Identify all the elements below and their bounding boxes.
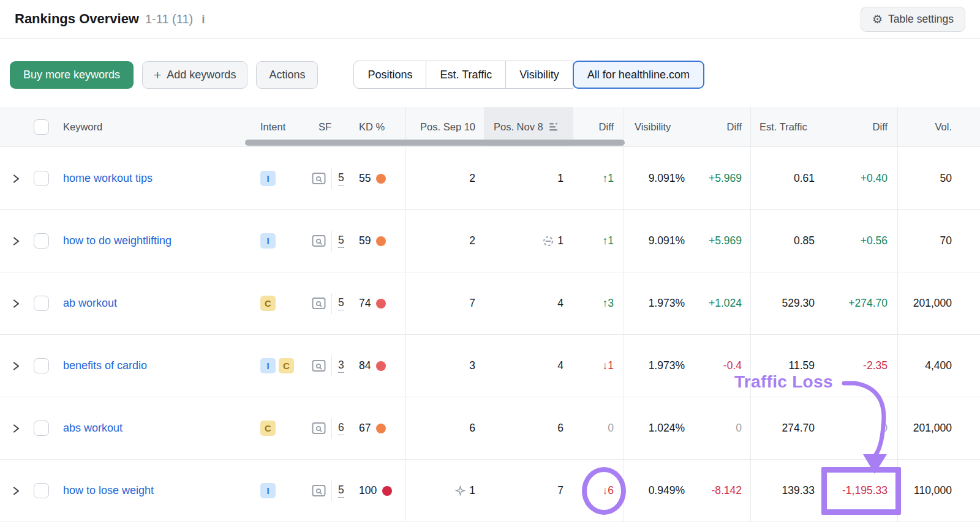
intent-badge-i[interactable]: I (260, 358, 276, 373)
row-checkbox[interactable] (34, 421, 49, 436)
divider (331, 168, 332, 189)
pos-sep10-value: 1 (469, 484, 475, 497)
visibility-diff-value: +1.024 (709, 297, 742, 310)
keyword-link[interactable]: abs workout (63, 422, 123, 435)
view-tab-visibility[interactable]: Visibility (506, 61, 573, 89)
divider (331, 231, 332, 252)
table-row: benefits of cardio IC 3 84 3 4 ↓1 (0, 335, 980, 397)
est-traffic-value: 274.70 (782, 422, 815, 435)
keyword-link[interactable]: how to lose weight (63, 484, 154, 497)
divider (331, 418, 332, 439)
pos-diff-value: ↑1 (603, 234, 614, 247)
kd-difficulty-dot (376, 424, 386, 433)
serp-features-icon[interactable] (312, 484, 326, 497)
visibility-value: 1.024% (649, 422, 685, 435)
pos-diff-value: ↓6 (603, 484, 614, 497)
keyword-link[interactable]: how to do weightlifting (63, 234, 172, 247)
column-header-est-traffic[interactable]: Est. Traffic (750, 107, 824, 146)
serp-features-icon[interactable] (312, 422, 326, 435)
expand-chevron-icon[interactable] (12, 361, 20, 371)
intent-badges: C (248, 397, 306, 459)
link-icon (542, 235, 554, 247)
buy-more-keywords-button[interactable]: Buy more keywords (10, 61, 134, 89)
kd-value: 59 (359, 234, 371, 247)
divider (331, 481, 332, 501)
row-checkbox[interactable] (34, 483, 49, 498)
divider (331, 293, 332, 314)
intent-badge-c[interactable]: C (279, 358, 294, 373)
sf-count[interactable]: 5 (338, 296, 344, 310)
view-tab-est-traffic[interactable]: Est. Traffic (426, 61, 506, 89)
expand-chevron-icon[interactable] (12, 174, 20, 184)
toolbar: Buy more keywords + Add keywords Actions… (10, 61, 970, 89)
intent-badge-c[interactable]: C (260, 296, 276, 311)
serp-features-icon[interactable] (312, 234, 326, 247)
select-all-checkbox[interactable] (34, 119, 49, 135)
intent-badge-i[interactable]: I (260, 233, 276, 249)
kd-value: 67 (359, 422, 371, 435)
intent-badges: I (248, 148, 306, 209)
est-traffic-value: 11.59 (789, 359, 815, 372)
sf-count[interactable]: 5 (338, 171, 344, 185)
est-traffic-value: 529.30 (782, 297, 815, 310)
info-icon[interactable]: i (202, 13, 205, 26)
volume-value: 4,400 (925, 359, 952, 372)
expand-chevron-icon[interactable] (12, 299, 20, 309)
intent-badge-i[interactable]: I (260, 171, 276, 186)
view-tab-all-for-healthline-com[interactable]: All for healthline.com (573, 61, 704, 89)
sf-count[interactable]: 5 (338, 484, 344, 498)
pos-diff-value: ↑1 (603, 172, 614, 185)
pos-sep10-value: 6 (469, 422, 475, 435)
view-tab-positions[interactable]: Positions (353, 61, 426, 89)
keyword-link[interactable]: benefits of cardio (63, 359, 147, 372)
traffic-diff-value: -1,195.33 (842, 484, 888, 497)
traffic-diff-value: 0 (881, 422, 888, 435)
kd-value: 100 (359, 484, 377, 497)
intent-badge-c[interactable]: C (260, 421, 276, 436)
row-checkbox[interactable] (34, 233, 49, 249)
column-header-volume[interactable]: Vol. (897, 107, 980, 146)
table-body: home workout tips I 5 55 2 1 ↑1 (0, 148, 980, 522)
pos-diff-value: ↓1 (603, 359, 614, 372)
table-settings-button[interactable]: ⚙ Table settings (861, 7, 965, 32)
serp-features-icon[interactable] (312, 359, 326, 372)
expand-chevron-icon[interactable] (12, 486, 20, 496)
column-header-vis-diff[interactable]: Diff (692, 107, 750, 146)
table-row: abs workout C 6 67 6 6 0 (0, 397, 980, 460)
pos-diff-value: ↑3 (603, 297, 614, 310)
row-checkbox[interactable] (34, 358, 49, 373)
keyword-link[interactable]: ab workout (63, 297, 117, 310)
row-checkbox[interactable] (34, 171, 49, 186)
sf-count[interactable]: 3 (338, 359, 344, 373)
sf-count[interactable]: 5 (338, 234, 344, 248)
table-row: how to do weightlifting I 5 59 2 1 ↑1 (0, 210, 980, 272)
intent-badge-i[interactable]: I (260, 483, 276, 498)
sf-count[interactable]: 6 (338, 421, 344, 435)
sparkle-icon (454, 485, 466, 496)
pos-diff-value: 0 (608, 422, 614, 435)
row-checkbox[interactable] (34, 296, 49, 311)
visibility-value: 9.091% (649, 172, 685, 185)
traffic-diff-value: +0.56 (861, 234, 888, 247)
page-header: Rankings Overview 1-11 (11) i ⚙ Table se… (0, 0, 980, 39)
rankings-overview-page: Rankings Overview 1-11 (11) i ⚙ Table se… (0, 0, 980, 524)
pos-sep10-value: 2 (469, 172, 475, 185)
plus-icon: + (154, 69, 161, 81)
column-header-visibility[interactable]: Visibility (624, 107, 692, 146)
actions-button[interactable]: Actions (256, 61, 318, 89)
horizontal-scrollbar[interactable] (245, 140, 625, 146)
expand-chevron-icon[interactable] (12, 236, 20, 246)
expand-chevron-icon[interactable] (12, 424, 20, 433)
gear-icon: ⚙ (872, 13, 883, 25)
column-header-traffic-diff[interactable]: Diff (824, 107, 897, 146)
serp-features-icon[interactable] (312, 297, 326, 310)
column-header-keyword[interactable]: Keyword (61, 107, 248, 146)
add-keywords-button[interactable]: + Add keywords (142, 61, 247, 89)
kd-difficulty-dot (376, 361, 386, 371)
serp-features-icon[interactable] (312, 172, 326, 185)
pos-nov8-value: 1 (557, 234, 564, 247)
pos-nov8-value: 6 (557, 422, 564, 435)
intent-badges: IC (248, 335, 306, 397)
keyword-link[interactable]: home workout tips (63, 172, 153, 185)
intent-badges: I (248, 460, 306, 522)
